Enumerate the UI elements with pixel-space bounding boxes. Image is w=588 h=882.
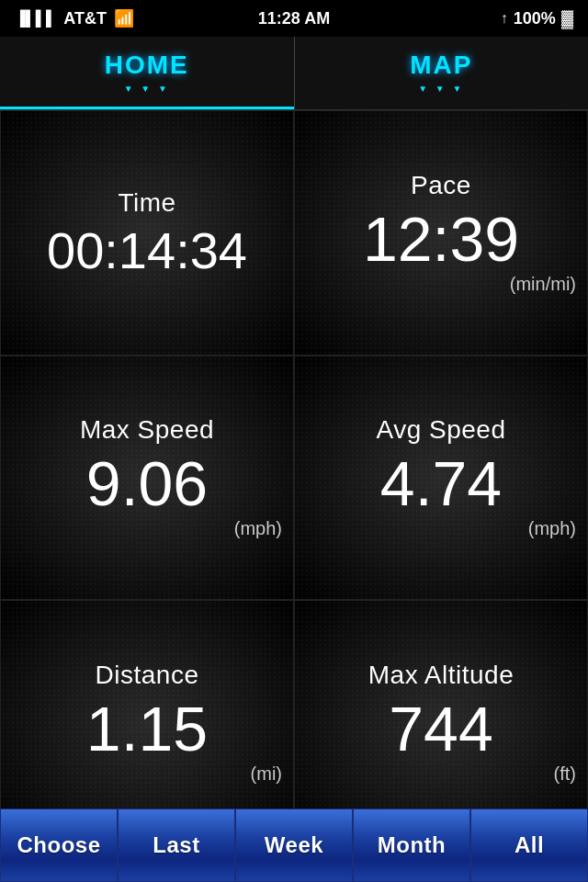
metric-time-label: Time: [118, 188, 175, 218]
metric-pace-label: Pace: [411, 171, 471, 200]
metric-avg-speed-value: 4.74: [380, 452, 502, 514]
metric-distance-unit: (mi): [251, 763, 282, 785]
metric-pace: Pace 12:39 (min/mi): [294, 110, 588, 356]
tab-map-label: MAP: [410, 51, 472, 80]
nav-choose-button[interactable]: Choose: [0, 808, 118, 882]
metric-time: Time 00:14:34: [0, 110, 294, 356]
tab-map[interactable]: MAP ▼ ▼ ▼: [295, 37, 589, 109]
bottom-nav: Choose Last Week Month All: [0, 808, 588, 882]
metric-max-speed: Max Speed 9.06 (mph): [0, 356, 294, 601]
tab-map-dots: ▼ ▼ ▼: [418, 84, 464, 94]
metric-max-speed-label: Max Speed: [80, 415, 214, 445]
metric-distance-value: 1.15: [86, 697, 208, 760]
signal-icon: ▐▌▌▌: [15, 10, 56, 27]
location-icon: ↑: [501, 10, 508, 27]
metric-distance-label: Distance: [96, 661, 199, 690]
metric-pace-unit: (min/mi): [510, 274, 576, 295]
metric-max-altitude-unit: (ft): [554, 763, 576, 785]
tab-home-label: HOME: [105, 51, 189, 80]
metric-avg-speed-unit: (mph): [528, 518, 576, 539]
metric-time-value: 00:14:34: [47, 225, 247, 277]
battery-icon: ▓: [561, 9, 573, 28]
metric-max-speed-value: 9.06: [86, 452, 208, 514]
status-left: ▐▌▌▌ AT&T 📶: [15, 8, 134, 28]
battery-label: 100%: [514, 9, 556, 28]
status-bar: ▐▌▌▌ AT&T 📶 11:28 AM ↑ 100% ▓: [0, 0, 588, 37]
wifi-icon: 📶: [114, 8, 134, 28]
metric-max-altitude-value: 744: [389, 697, 492, 760]
tab-bar: HOME ▼ ▼ ▼ MAP ▼ ▼ ▼: [0, 37, 588, 110]
metric-avg-speed: Avg Speed 4.74 (mph): [294, 356, 588, 601]
metric-avg-speed-label: Avg Speed: [377, 415, 506, 445]
status-time: 11:28 AM: [258, 9, 330, 28]
metric-max-speed-unit: (mph): [234, 518, 282, 539]
tab-home[interactable]: HOME ▼ ▼ ▼: [0, 37, 294, 109]
metric-pace-value: 12:39: [363, 208, 519, 270]
nav-week-button[interactable]: Week: [235, 808, 353, 882]
metric-max-altitude-label: Max Altitude: [368, 661, 514, 690]
status-right: ↑ 100% ▓: [501, 9, 573, 28]
carrier-label: AT&T: [63, 9, 107, 28]
tab-home-dots: ▼ ▼ ▼: [124, 84, 170, 94]
metrics-grid: Time 00:14:34 Pace 12:39 (min/mi) Max Sp…: [0, 110, 588, 845]
nav-month-button[interactable]: Month: [353, 808, 470, 882]
nav-all-button[interactable]: All: [470, 808, 588, 882]
nav-last-button[interactable]: Last: [118, 808, 235, 882]
